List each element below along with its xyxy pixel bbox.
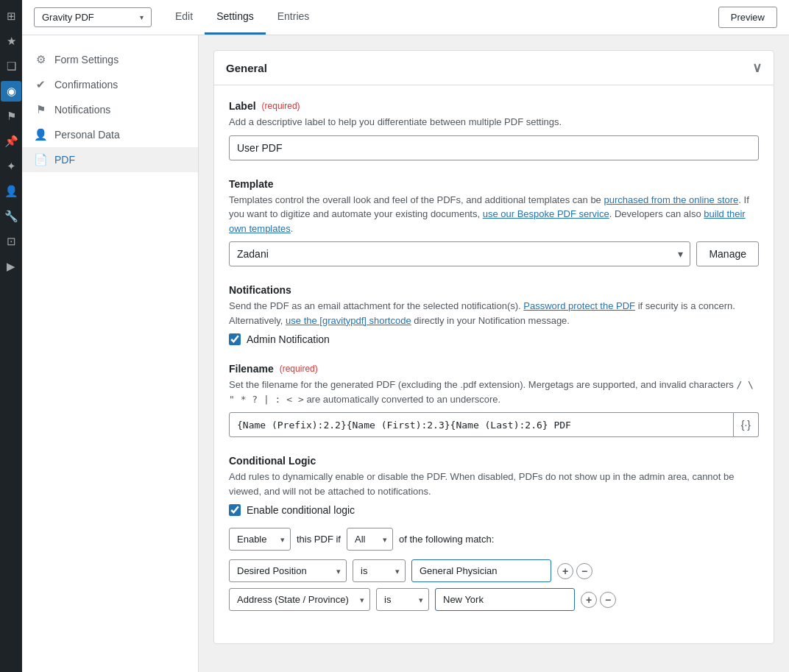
wand-icon[interactable]: ✦	[1, 156, 21, 177]
condition-value-1[interactable]	[411, 559, 551, 582]
condition-rows: Desired Position is is not	[229, 559, 759, 611]
template-field-desc: Templates control the overall look and f…	[229, 193, 759, 236]
collapse-icon[interactable]: ∨	[752, 60, 762, 76]
filename-field-desc: Set the filename for the generated PDF (…	[229, 378, 759, 406]
condition-field-select-2: Address (State / Province)	[229, 588, 370, 611]
label-input[interactable]	[229, 135, 759, 160]
play-icon[interactable]: ▶	[1, 256, 21, 277]
left-nav: ⚙ Form Settings ✔ Confirmations ⚑ Notifi…	[22, 35, 199, 672]
sidebar-item-personal-data-label: Personal Data	[54, 129, 120, 141]
add-condition-1-button[interactable]: +	[557, 563, 573, 579]
tab-edit[interactable]: Edit	[163, 0, 205, 35]
top-bar: Gravity PDF ▾ Edit Settings Entries Prev…	[22, 0, 789, 35]
sidebar-item-personal-data[interactable]: 👤 Personal Data	[22, 122, 198, 147]
all-select[interactable]: All Any	[347, 528, 393, 551]
condition-op-2[interactable]: is is not	[376, 588, 429, 611]
section-title: General	[226, 62, 267, 74]
merge-tags-button[interactable]: {·}	[734, 412, 759, 437]
sidebar-item-confirmations[interactable]: ✔ Confirmations	[22, 72, 198, 97]
condition-row-1: Desired Position is is not	[229, 559, 759, 582]
gravitypdf-link[interactable]: use the [gravitypdf] shortcode	[286, 315, 411, 326]
remove-condition-2-button[interactable]: −	[600, 592, 616, 608]
notifications-field-desc: Send the PDF as an email attachment for …	[229, 299, 759, 328]
filename-field-label: Filename (required)	[229, 363, 759, 375]
condition-op-select-2: is is not	[376, 588, 429, 611]
condition-field-2[interactable]: Address (State / Province)	[229, 588, 370, 611]
sidebar-item-confirmations-label: Confirmations	[54, 79, 118, 91]
person-icon[interactable]: 👤	[1, 181, 21, 202]
password-protect-link[interactable]: Password protect the PDF	[523, 300, 635, 311]
admin-notification-label: Admin Notification	[247, 333, 330, 345]
layers-icon[interactable]: ❑	[1, 56, 21, 77]
sidebar-item-pdf-label: PDF	[54, 154, 75, 166]
sidebar-item-notifications-label: Notifications	[54, 104, 110, 116]
label-field-group: Label (required) Add a descriptive label…	[229, 100, 759, 160]
template-select[interactable]: Zadani	[229, 241, 690, 266]
main-wrap: Gravity PDF ▾ Edit Settings Entries Prev…	[22, 0, 789, 672]
top-tabs: Edit Settings Entries	[163, 0, 321, 35]
form-selector[interactable]: Gravity PDF ▾	[34, 7, 152, 27]
admin-notification-checkbox-row: Admin Notification	[229, 333, 759, 345]
check-icon: ✔	[34, 78, 47, 91]
filename-input[interactable]	[229, 412, 734, 437]
template-link-1[interactable]: purchased from the online store	[604, 194, 738, 205]
general-section: General ∨ Label (required) Add a descrip…	[213, 50, 774, 644]
notifications-field-label: Notifications	[229, 284, 759, 296]
template-select-wrap: Zadani	[229, 241, 690, 266]
tab-settings[interactable]: Settings	[205, 0, 266, 35]
person-nav-icon: 👤	[34, 128, 47, 141]
condition-op-1[interactable]: is is not	[353, 559, 406, 582]
enable-select[interactable]: Enable Disable	[229, 528, 291, 551]
condition-value-2[interactable]	[435, 588, 575, 611]
admin-notification-checkbox[interactable]	[229, 333, 241, 345]
tab-entries[interactable]: Entries	[266, 0, 322, 35]
notifications-field-group: Notifications Send the PDF as an email a…	[229, 284, 759, 345]
filename-row: {·}	[229, 412, 759, 437]
document-icon: 📄	[34, 153, 47, 166]
remove-condition-1-button[interactable]: −	[576, 563, 592, 579]
sidebar-item-notifications[interactable]: ⚑ Notifications	[22, 97, 198, 122]
gear-icon: ⚙	[34, 53, 47, 66]
manage-button[interactable]: Manage	[696, 241, 759, 266]
enable-conditional-logic-checkbox[interactable]	[229, 504, 241, 516]
merge-tags-icon: {·}	[741, 419, 751, 431]
conditional-logic-field-group: Conditional Logic Add rules to dynamical…	[229, 455, 759, 611]
enable-select-wrap: Enable Disable	[229, 528, 291, 551]
preview-button[interactable]: Preview	[718, 7, 777, 28]
filename-field-group: Filename (required) Set the filename for…	[229, 363, 759, 437]
active-icon[interactable]: ◉	[1, 81, 21, 102]
sidebar-item-form-settings-label: Form Settings	[54, 54, 118, 66]
cond-btn-group-2: + −	[581, 592, 616, 608]
cond-btn-group-1: + −	[557, 563, 592, 579]
flag-icon[interactable]: ⚑	[1, 106, 21, 127]
enable-conditional-logic-label: Enable conditional logic	[247, 504, 355, 516]
star-icon[interactable]: ★	[1, 31, 21, 52]
template-field-group: Template Templates control the overall l…	[229, 178, 759, 267]
store-icon[interactable]: ⊡	[1, 231, 21, 252]
sidebar-item-form-settings[interactable]: ⚙ Form Settings	[22, 47, 198, 72]
template-link-2[interactable]: use our Bespoke PDF service	[483, 208, 609, 219]
section-body: Label (required) Add a descriptive label…	[214, 85, 774, 643]
cond-logic-enable-row: Enable Disable this PDF if All Any	[229, 528, 759, 551]
template-field-label: Template	[229, 178, 759, 190]
content-area: General ∨ Label (required) Add a descrip…	[199, 35, 789, 672]
conditional-logic-desc: Add rules to dynamically enable or disab…	[229, 470, 759, 498]
label-required-badge: (required)	[262, 101, 300, 111]
filename-required-badge: (required)	[280, 364, 318, 374]
wp-sidebar: ⊞ ★ ❑ ◉ ⚑ 📌 ✦ 👤 🔧 ⊡ ▶	[0, 0, 22, 672]
condition-field-1[interactable]: Desired Position	[229, 559, 347, 582]
pin-icon[interactable]: 📌	[1, 131, 21, 152]
condition-row-2: Address (State / Province) is is not	[229, 588, 759, 611]
label-field-desc: Add a descriptive label to help you diff…	[229, 115, 759, 130]
this-pdf-if-text: this PDF if	[297, 534, 341, 545]
sidebar-item-pdf[interactable]: 📄 PDF	[22, 147, 198, 172]
chevron-down-icon: ▾	[140, 13, 144, 21]
condition-op-select-1: is is not	[353, 559, 406, 582]
add-condition-2-button[interactable]: +	[581, 592, 597, 608]
dashboard-icon[interactable]: ⊞	[1, 6, 21, 26]
condition-field-select-1: Desired Position	[229, 559, 347, 582]
enable-conditional-logic-row: Enable conditional logic	[229, 504, 759, 516]
template-row: Zadani Manage	[229, 241, 759, 266]
conditional-logic-label: Conditional Logic	[229, 455, 759, 467]
wrench-icon[interactable]: 🔧	[1, 206, 21, 227]
